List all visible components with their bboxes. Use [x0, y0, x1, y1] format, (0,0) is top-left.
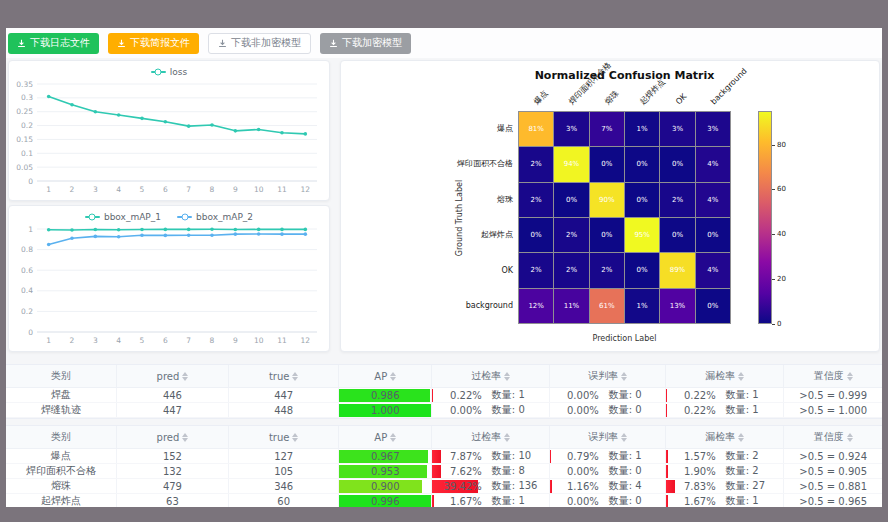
confusion-cell: 61%: [590, 289, 624, 323]
confusion-cell-value: 11%: [564, 302, 580, 310]
legend-item-loss[interactable]: loss: [151, 67, 187, 77]
legend-item-bbox-map-2[interactable]: bbox_mAP_2: [177, 212, 253, 222]
svg-text:3: 3: [93, 185, 98, 194]
confusion-cell: 0%: [625, 253, 659, 287]
sort-caret-icon[interactable]: [504, 433, 510, 442]
confusion-cell: 0%: [625, 147, 659, 181]
col-header-置信度[interactable]: 置信度: [784, 365, 882, 388]
confusion-cell-value: 0%: [637, 266, 648, 274]
col-header-AP[interactable]: AP: [339, 365, 432, 388]
overcheck-cell: 0.00%数量: 0: [432, 403, 550, 418]
legend-label: bbox_mAP_1: [104, 212, 161, 222]
confusion-cell-value: 2%: [672, 196, 683, 204]
confusion-cell: 90%: [590, 183, 624, 217]
sort-caret-icon[interactable]: [504, 372, 510, 381]
col-header-漏检率[interactable]: 漏检率: [666, 426, 784, 449]
sort-caret-icon[interactable]: [738, 433, 744, 442]
colorbar: [758, 111, 772, 324]
sort-caret-icon[interactable]: [847, 372, 853, 381]
misjudge-pct: 0.79%: [559, 451, 599, 462]
sort-caret-icon[interactable]: [847, 433, 853, 442]
confusion-row-label: 起焊炸点: [341, 230, 513, 240]
confusion-cell: 2%: [660, 183, 694, 217]
colorbar-tick-label: 20: [777, 275, 786, 283]
colorbar-tickmark: [772, 189, 775, 190]
confusion-cell: 2%: [554, 218, 588, 252]
col-header-label: 类别: [51, 431, 71, 442]
svg-text:7: 7: [186, 185, 191, 194]
col-header-置信度[interactable]: 置信度: [784, 426, 882, 449]
overcheck-cell: 7.87%数量: 10: [432, 449, 550, 464]
sort-caret-icon[interactable]: [621, 433, 627, 442]
confusion-cell: 12%: [519, 289, 553, 323]
confusion-row-label: background: [341, 301, 513, 311]
col-header-漏检率[interactable]: 漏检率: [666, 365, 784, 388]
misscheck-pct: 1.57%: [676, 451, 716, 462]
ap-value: 0.986: [371, 390, 400, 401]
col-header-pred[interactable]: pred: [116, 365, 228, 388]
col-header-label: AP: [374, 432, 387, 443]
true-cell: 105: [229, 464, 339, 479]
col-header-pred[interactable]: pred: [116, 426, 228, 449]
download-icon: [17, 39, 26, 48]
ap-cell: 0.967: [339, 449, 432, 464]
confusion-cell-value: 89%: [670, 266, 686, 274]
confusion-cell: 1%: [625, 112, 659, 146]
misscheck-pct: 1.90%: [676, 466, 716, 477]
col-header-true[interactable]: true: [229, 426, 339, 449]
download-log-button[interactable]: 下载日志文件: [8, 33, 99, 54]
confusion-cell: 2%: [554, 253, 588, 287]
misjudge-cell: 0.00%数量: 0: [550, 388, 666, 403]
sort-caret-icon[interactable]: [738, 372, 744, 381]
download-encrypted-model-label: 下载加密模型: [342, 36, 402, 50]
col-header-label: 误判率: [588, 431, 618, 442]
ap-cell: 0.900: [339, 479, 432, 494]
sort-caret-icon[interactable]: [390, 372, 396, 381]
overcheck-cell: 1.67%数量: 1: [432, 494, 550, 508]
svg-text:11: 11: [277, 185, 287, 194]
download-encrypted-model-button[interactable]: 下载加密模型: [320, 33, 411, 54]
confusion-cell-value: 81%: [528, 125, 544, 133]
download-unencrypted-model-button[interactable]: 下载非加密模型: [208, 33, 311, 54]
col-header-误判率[interactable]: 误判率: [550, 426, 666, 449]
svg-text:6: 6: [163, 185, 168, 194]
confusion-cell-value: 61%: [599, 302, 615, 310]
sort-caret-icon[interactable]: [182, 433, 188, 442]
ap-value: 0.967: [371, 451, 400, 462]
overcheck-cell: 39.42%数量: 136: [432, 479, 550, 494]
sort-caret-icon[interactable]: [621, 372, 627, 381]
confusion-cell-value: 4%: [707, 160, 718, 168]
pred-cell: 63: [116, 494, 228, 508]
col-header-过检率[interactable]: 过检率: [432, 426, 550, 449]
map-chart-card: bbox_mAP_1 bbox_mAP_2 00.20.40.60.811234…: [8, 205, 330, 352]
confusion-cell: 95%: [625, 218, 659, 252]
confusion-cell-value: 2%: [566, 266, 577, 274]
category-cell: 焊缝轨迹: [6, 403, 116, 418]
col-header-true[interactable]: true: [229, 365, 339, 388]
legend-item-bbox-map-1[interactable]: bbox_mAP_1: [85, 212, 161, 222]
col-header-误判率[interactable]: 误判率: [550, 365, 666, 388]
confidence-cell: >0.5 = 0.881: [784, 479, 882, 494]
colorbar-tick-label: 80: [777, 141, 786, 149]
category-cell: 焊盘: [6, 388, 116, 403]
misjudge-count: 数量: 0: [609, 494, 657, 507]
sort-caret-icon[interactable]: [292, 372, 298, 381]
col-header-过检率[interactable]: 过检率: [432, 365, 550, 388]
svg-text:12: 12: [301, 336, 311, 345]
confusion-cell-value: 0%: [601, 160, 612, 168]
ap-cell: 0.953: [339, 464, 432, 479]
sort-caret-icon[interactable]: [292, 433, 298, 442]
col-header-AP[interactable]: AP: [339, 426, 432, 449]
category-cell: 起焊炸点: [6, 494, 116, 508]
metrics-table-2: 类别predtrueAP过检率误判率漏检率置信度爆点1521270.9677.8…: [6, 426, 882, 507]
misscheck-count: 数量: 2: [726, 449, 774, 463]
confusion-cell: 3%: [696, 112, 730, 146]
sort-caret-icon[interactable]: [182, 372, 188, 381]
svg-text:7: 7: [186, 336, 191, 345]
confusion-cell: 0%: [696, 289, 730, 323]
download-report-button[interactable]: 下载简报文件: [108, 33, 199, 54]
loss-line-chart: 00.050.10.150.20.250.30.3512345678910111…: [9, 78, 329, 196]
confusion-grid: 81%3%7%1%3%3%2%94%0%0%0%4%2%0%90%0%2%4%0…: [518, 111, 731, 324]
sort-caret-icon[interactable]: [390, 433, 396, 442]
col-header-label: pred: [157, 371, 180, 382]
